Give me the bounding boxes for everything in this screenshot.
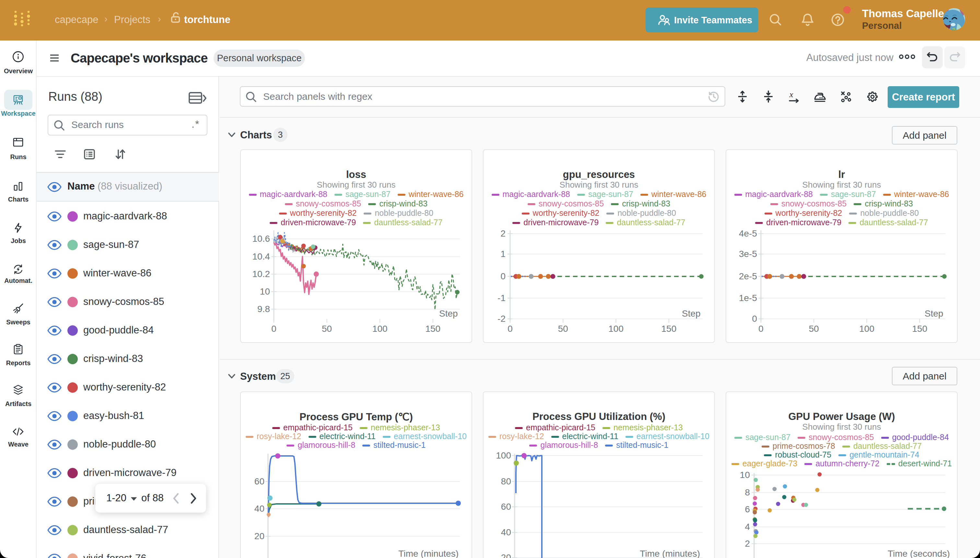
svg-text:x: x: [789, 91, 793, 99]
